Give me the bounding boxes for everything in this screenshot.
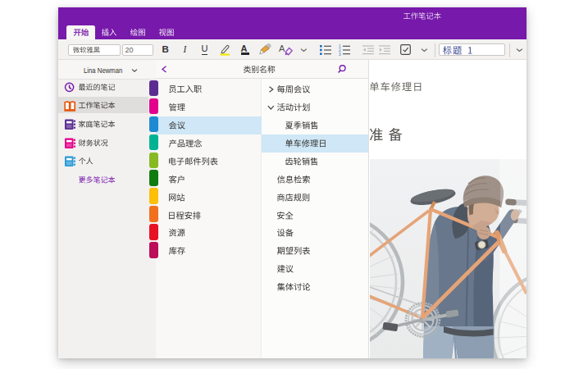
svg-text:3: 3 [339, 52, 341, 56]
